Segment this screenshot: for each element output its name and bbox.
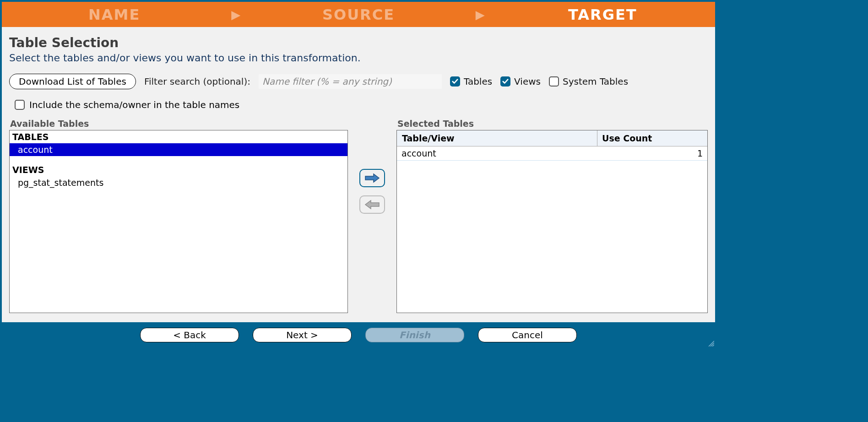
grid-header: Table/View Use Count <box>397 130 707 146</box>
wizard-step-source[interactable]: SOURCE <box>246 6 471 23</box>
page-subtitle: Select the tables and/or views you want … <box>9 52 708 64</box>
tree-item-pg-stat-statements[interactable]: pg_stat_statements <box>10 176 347 189</box>
next-button[interactable]: Next > <box>253 328 352 342</box>
wizard-step-name[interactable]: NAME <box>2 6 227 23</box>
system-tables-checkbox-wrap[interactable]: System Tables <box>549 76 628 87</box>
selected-row[interactable]: account 1 <box>397 146 707 161</box>
views-checkbox-label: Views <box>514 76 541 87</box>
name-filter-input[interactable] <box>259 74 442 89</box>
include-schema-checkbox[interactable] <box>15 100 25 110</box>
cancel-button[interactable]: Cancel <box>478 328 577 342</box>
spacer <box>10 156 347 163</box>
arrow-right-icon <box>364 173 380 183</box>
tables-checkbox-label: Tables <box>464 76 492 87</box>
page-title: Table Selection <box>9 35 708 50</box>
check-icon <box>502 78 509 85</box>
system-tables-checkbox-label: System Tables <box>563 76 628 87</box>
wizard-step-target[interactable]: TARGET <box>490 6 715 23</box>
tree-group-tables: TABLES <box>10 130 347 143</box>
selected-row-name: account <box>397 146 597 160</box>
back-button[interactable]: < Back <box>140 328 239 342</box>
chevron-right-icon: ▶ <box>227 8 246 22</box>
selected-tables-column: Selected Tables Table/View Use Count acc… <box>396 119 708 313</box>
tables-checkbox-wrap[interactable]: Tables <box>450 76 492 87</box>
finish-button: Finish <box>365 328 464 342</box>
content-area: Table Selection Select the tables and/or… <box>2 27 715 322</box>
system-tables-checkbox[interactable] <box>549 76 559 87</box>
chevron-right-icon: ▶ <box>471 8 490 22</box>
remove-from-selected-button[interactable] <box>359 195 385 214</box>
selected-tables-heading: Selected Tables <box>397 119 708 129</box>
lists-area: Available Tables TABLES account VIEWS pg… <box>9 119 708 322</box>
available-tables-heading: Available Tables <box>10 119 348 129</box>
views-checkbox[interactable] <box>500 76 510 87</box>
col-use-count[interactable]: Use Count <box>597 130 707 146</box>
arrow-left-icon <box>364 200 380 210</box>
wizard-window: NAME ▶ SOURCE ▶ TARGET Table Selection S… <box>0 0 717 349</box>
add-to-selected-button[interactable] <box>359 169 385 187</box>
filter-row: Download List of Tables Filter search (o… <box>9 74 708 89</box>
selected-tables-grid[interactable]: Table/View Use Count account 1 <box>396 130 708 313</box>
available-tables-column: Available Tables TABLES account VIEWS pg… <box>9 119 348 313</box>
views-checkbox-wrap[interactable]: Views <box>500 76 541 87</box>
filter-label: Filter search (optional): <box>144 76 250 87</box>
tree-item-account[interactable]: account <box>10 143 347 156</box>
transfer-arrows <box>356 119 388 313</box>
available-tables-list[interactable]: TABLES account VIEWS pg_stat_statements <box>9 130 348 313</box>
resize-grip-icon[interactable] <box>708 340 714 346</box>
selected-row-count: 1 <box>597 146 707 160</box>
include-schema-label: Include the schema/owner in the table na… <box>29 99 239 110</box>
download-tables-button[interactable]: Download List of Tables <box>9 74 136 89</box>
tree-group-views: VIEWS <box>10 163 347 176</box>
tables-checkbox[interactable] <box>450 76 460 87</box>
include-schema-row[interactable]: Include the schema/owner in the table na… <box>15 99 708 110</box>
wizard-header: NAME ▶ SOURCE ▶ TARGET <box>2 2 715 27</box>
wizard-footer: < Back Next > Finish Cancel <box>2 322 715 347</box>
col-table-view[interactable]: Table/View <box>397 130 597 146</box>
check-icon <box>452 78 458 85</box>
